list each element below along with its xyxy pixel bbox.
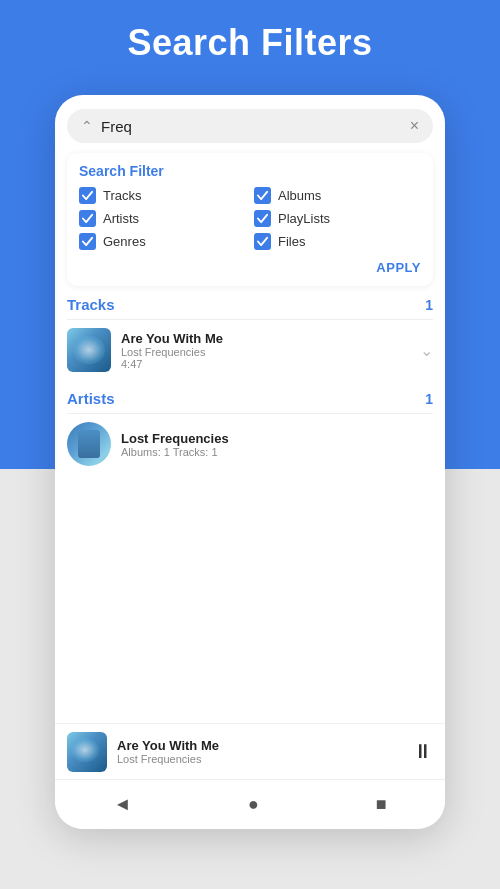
tracks-label: Tracks xyxy=(103,188,142,203)
playlists-label: PlayLists xyxy=(278,211,330,226)
track-expand-icon[interactable]: ⌄ xyxy=(420,341,433,360)
bottom-nav: ◄ ● ■ xyxy=(55,779,445,829)
artist-name: Lost Frequencies xyxy=(121,431,433,446)
player-thumbnail xyxy=(67,732,107,772)
apply-button-container[interactable]: APPLY xyxy=(79,250,421,280)
player-track-name: Are You With Me xyxy=(117,738,403,753)
track-thumbnail xyxy=(67,328,111,372)
filter-panel: Search Filter Tracks Albums Artists xyxy=(67,153,433,286)
player-artist-name: Lost Frequencies xyxy=(117,753,403,765)
clear-search-button[interactable]: × xyxy=(410,117,419,135)
bottom-player: Are You With Me Lost Frequencies ⏸ xyxy=(55,723,445,779)
player-thumb-splash xyxy=(71,738,99,762)
files-label: Files xyxy=(278,234,305,249)
apply-button[interactable]: APPLY xyxy=(376,260,421,275)
track-artist: Lost Frequencies xyxy=(121,346,410,358)
artists-label: Artists xyxy=(103,211,139,226)
back-nav-button[interactable]: ◄ xyxy=(113,794,131,815)
tracks-section-header: Tracks 1 xyxy=(67,286,433,320)
files-checkbox[interactable] xyxy=(254,233,271,250)
player-info: Are You With Me Lost Frequencies xyxy=(117,738,403,765)
tracks-section-title: Tracks xyxy=(67,296,115,313)
artists-section-title: Artists xyxy=(67,390,115,407)
track-item[interactable]: Are You With Me Lost Frequencies 4:47 ⌄ xyxy=(67,320,433,380)
artists-checkbox[interactable] xyxy=(79,210,96,227)
phone-card: ⌃ Freq × Search Filter Tracks Albums xyxy=(55,95,445,829)
stop-nav-button[interactable]: ■ xyxy=(376,794,387,815)
home-nav-button[interactable]: ● xyxy=(248,794,259,815)
filter-playlists[interactable]: PlayLists xyxy=(254,210,421,227)
genres-checkbox[interactable] xyxy=(79,233,96,250)
artist-meta: Albums: 1 Tracks: 1 xyxy=(121,446,433,458)
albums-checkbox[interactable] xyxy=(254,187,271,204)
track-info: Are You With Me Lost Frequencies 4:47 xyxy=(121,331,410,370)
player-controls[interactable]: ⏸ xyxy=(413,740,433,763)
tracks-section-count: 1 xyxy=(425,297,433,313)
filter-genres[interactable]: Genres xyxy=(79,233,246,250)
filter-title: Search Filter xyxy=(79,163,421,179)
artists-section-header: Artists 1 xyxy=(67,380,433,414)
artists-section-count: 1 xyxy=(425,391,433,407)
results-container: Tracks 1 Are You With Me Lost Frequencie… xyxy=(55,286,445,710)
filter-artists[interactable]: Artists xyxy=(79,210,246,227)
page-title: Search Filters xyxy=(0,22,500,64)
albums-label: Albums xyxy=(278,188,321,203)
artist-thumb-inner xyxy=(78,430,100,458)
search-query: Freq xyxy=(101,118,402,135)
filter-grid: Tracks Albums Artists PlayLists xyxy=(79,187,421,250)
filter-tracks[interactable]: Tracks xyxy=(79,187,246,204)
search-bar[interactable]: ⌃ Freq × xyxy=(67,109,433,143)
thumb-splash xyxy=(73,336,105,364)
artist-item[interactable]: Lost Frequencies Albums: 1 Tracks: 1 xyxy=(67,414,433,474)
artist-info: Lost Frequencies Albums: 1 Tracks: 1 xyxy=(121,431,433,458)
genres-label: Genres xyxy=(103,234,146,249)
filter-albums[interactable]: Albums xyxy=(254,187,421,204)
tracks-checkbox[interactable] xyxy=(79,187,96,204)
track-name: Are You With Me xyxy=(121,331,410,346)
chevron-up-icon[interactable]: ⌃ xyxy=(81,118,93,134)
track-duration: 4:47 xyxy=(121,358,410,370)
pause-button[interactable]: ⏸ xyxy=(413,740,433,763)
playlists-checkbox[interactable] xyxy=(254,210,271,227)
filter-files[interactable]: Files xyxy=(254,233,421,250)
artist-thumbnail xyxy=(67,422,111,466)
